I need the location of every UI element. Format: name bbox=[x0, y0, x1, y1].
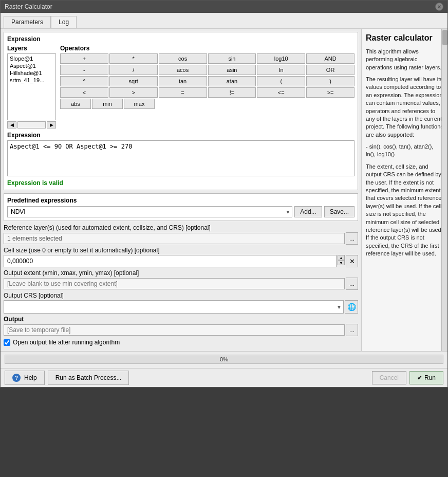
expression-section-label: Expression bbox=[7, 35, 354, 43]
main-content: Expression Layers Slope@1 Aspect@1 Hills… bbox=[1, 29, 447, 351]
cellsize-input[interactable] bbox=[4, 255, 337, 267]
list-item[interactable]: Aspect@1 bbox=[9, 62, 54, 69]
layers-list[interactable]: Slope@1 Aspect@1 Hillshade@1 srtm_41_19.… bbox=[7, 53, 56, 120]
tab-parameters[interactable]: Parameters bbox=[4, 16, 51, 28]
op-or[interactable]: OR bbox=[306, 65, 354, 75]
expression-section: Expression Layers Slope@1 Aspect@1 Hills… bbox=[4, 32, 358, 190]
output-section: Output … Open output file after running … bbox=[4, 316, 358, 346]
reference-layer-row: 1 elements selected … bbox=[4, 232, 358, 245]
help-para-3: - sin(), cos(), tan(), atan2(), ln(), lo… bbox=[366, 143, 443, 159]
progress-text: 0% bbox=[5, 355, 443, 363]
predefined-section: Predefined expressions NDVI ▼ Add... Sav… bbox=[4, 193, 358, 221]
op-gte[interactable]: >= bbox=[306, 87, 354, 98]
output-crs-select[interactable] bbox=[4, 300, 344, 314]
batch-button[interactable]: Run as Batch Process... bbox=[48, 371, 129, 385]
op-and[interactable]: AND bbox=[306, 53, 354, 64]
spinner-down-btn[interactable]: ▼ bbox=[338, 260, 345, 265]
op-sqrt[interactable]: sqrt bbox=[109, 76, 158, 86]
save-button[interactable]: Save... bbox=[324, 206, 354, 217]
progress-bar-section: 0% bbox=[1, 351, 447, 368]
output-crs-row: ▼ 🌐 bbox=[4, 300, 358, 314]
help-para-4: The extent, cell size, and output CRS ca… bbox=[366, 163, 443, 258]
predefined-label: Predefined expressions bbox=[7, 197, 354, 204]
output-crs-section: Output CRS [optional] ▼ 🌐 bbox=[4, 292, 358, 314]
operators-grid-row1: + * cos sin log10 AND bbox=[60, 53, 354, 64]
scrollbar-thumb bbox=[442, 30, 447, 45]
layers-operators: Layers Slope@1 Aspect@1 Hillshade@1 srtm… bbox=[7, 45, 354, 129]
scroll-left-btn[interactable]: ◀ bbox=[7, 121, 16, 129]
op-acos[interactable]: acos bbox=[159, 65, 207, 75]
run-button[interactable]: ✔ Run bbox=[409, 371, 443, 384]
cellsize-row: ▲ ▼ ✕ bbox=[4, 255, 358, 267]
spinner-up-btn[interactable]: ▲ bbox=[338, 255, 345, 260]
crs-globe-btn[interactable]: 🌐 bbox=[345, 300, 358, 314]
main-window: Raster Calculator ✕ Parameters Log Expre… bbox=[0, 0, 448, 388]
op-asin[interactable]: asin bbox=[208, 65, 256, 75]
output-browse-btn[interactable]: … bbox=[346, 324, 358, 336]
bottom-bar: ? Help Run as Batch Process... Cancel ✔ … bbox=[1, 368, 447, 387]
reference-layer-label: Reference layer(s) (used for automated e… bbox=[4, 224, 358, 231]
checkbox-label: Open output file after running algorithm bbox=[13, 339, 120, 346]
predefined-select[interactable]: NDVI bbox=[7, 206, 292, 217]
help-para-1: This algorithm allows performing algebra… bbox=[366, 48, 443, 71]
op-lte[interactable]: <= bbox=[257, 87, 305, 98]
layers-box: Layers Slope@1 Aspect@1 Hillshade@1 srtm… bbox=[7, 45, 56, 129]
op-max[interactable]: max bbox=[124, 99, 155, 109]
reference-layer-browse-btn[interactable]: … bbox=[346, 232, 358, 245]
op-neq[interactable]: != bbox=[208, 87, 256, 98]
op-atan[interactable]: atan bbox=[208, 76, 256, 86]
titlebar: Raster Calculator ✕ bbox=[1, 1, 447, 13]
op-sin[interactable]: sin bbox=[208, 53, 256, 64]
output-row: … bbox=[4, 324, 358, 336]
output-input[interactable] bbox=[4, 324, 345, 336]
op-gt[interactable]: > bbox=[109, 87, 158, 98]
tab-log[interactable]: Log bbox=[51, 16, 77, 28]
scroll-right-btn[interactable]: ▶ bbox=[47, 121, 56, 129]
right-panel-scrollbar[interactable] bbox=[441, 29, 447, 351]
op-abs[interactable]: abs bbox=[60, 99, 91, 109]
add-button[interactable]: Add... bbox=[294, 206, 322, 217]
cellsize-section: Cell size (use 0 or empty to set it auto… bbox=[4, 247, 358, 267]
op-minus[interactable]: - bbox=[60, 65, 108, 75]
left-panel: Expression Layers Slope@1 Aspect@1 Hills… bbox=[1, 29, 361, 351]
op-plus[interactable]: + bbox=[60, 53, 108, 64]
help-icon: ? bbox=[12, 374, 21, 382]
close-button[interactable]: ✕ bbox=[435, 3, 443, 11]
op-rparen[interactable]: ) bbox=[306, 76, 354, 86]
help-btn-label: Help bbox=[24, 374, 37, 381]
list-item[interactable]: srtm_41_19... bbox=[9, 77, 54, 84]
list-item[interactable]: Slope@1 bbox=[9, 55, 54, 62]
list-item[interactable]: Hillshade@1 bbox=[9, 69, 54, 77]
reference-layer-input: 1 elements selected bbox=[4, 233, 345, 244]
output-extent-browse-btn[interactable]: … bbox=[346, 278, 358, 290]
scroll-track bbox=[17, 121, 46, 129]
op-lt[interactable]: < bbox=[60, 87, 108, 98]
op-cos[interactable]: cos bbox=[159, 53, 207, 64]
help-button[interactable]: ? Help bbox=[5, 371, 45, 385]
expression-textarea[interactable] bbox=[7, 140, 354, 176]
bottom-left: ? Help Run as Batch Process... bbox=[5, 371, 129, 385]
layers-scrollbar: ◀ ▶ bbox=[7, 121, 56, 129]
op-ln[interactable]: ln bbox=[257, 65, 305, 75]
operators-box: Operators + * cos sin log10 AND - / bbox=[60, 45, 354, 129]
open-output-checkbox[interactable] bbox=[4, 339, 10, 346]
op-eq[interactable]: = bbox=[159, 87, 207, 98]
op-caret[interactable]: ^ bbox=[60, 76, 108, 86]
op-min[interactable]: min bbox=[92, 99, 123, 109]
run-btn-label: Run bbox=[424, 374, 436, 381]
output-label: Output bbox=[4, 316, 358, 323]
bottom-right: Cancel ✔ Run bbox=[372, 371, 443, 384]
cancel-button[interactable]: Cancel bbox=[372, 371, 406, 384]
cellsize-clear-btn[interactable]: ✕ bbox=[346, 255, 358, 267]
checkmark-icon: ✔ bbox=[417, 374, 422, 381]
output-extent-label: Output extent (xmin, xmax, ymin, ymax) [… bbox=[4, 269, 358, 277]
op-tan[interactable]: tan bbox=[159, 76, 207, 86]
checkbox-row: Open output file after running algorithm bbox=[4, 339, 358, 346]
op-lparen[interactable]: ( bbox=[257, 76, 305, 86]
cellsize-label: Cell size (use 0 or empty to set it auto… bbox=[4, 247, 358, 254]
op-log10[interactable]: log10 bbox=[257, 53, 305, 64]
operators-grid-row4: < > = != <= >= bbox=[60, 87, 354, 98]
op-divide[interactable]: / bbox=[109, 65, 158, 75]
output-extent-input[interactable] bbox=[4, 278, 345, 289]
op-multiply[interactable]: * bbox=[109, 53, 158, 64]
